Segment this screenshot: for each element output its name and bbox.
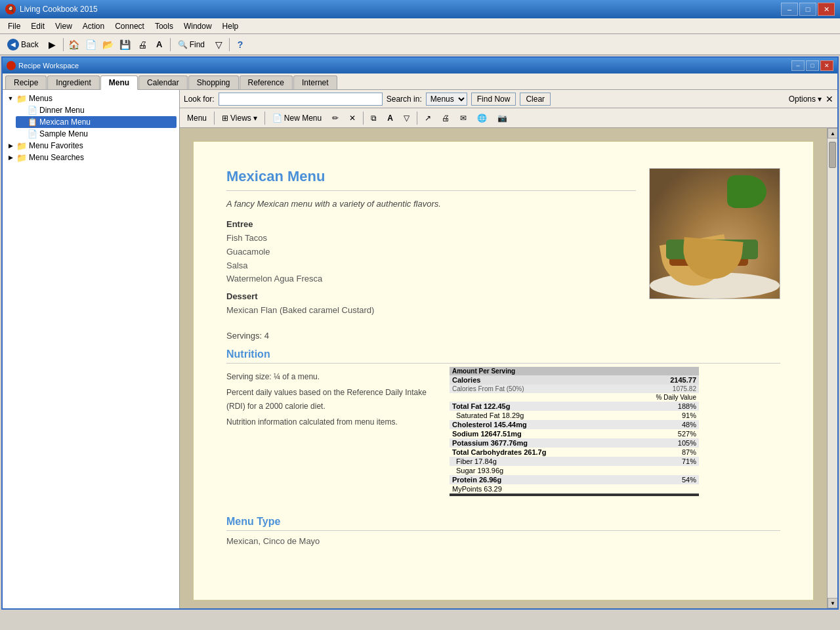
views-arrow-icon: ▾ <box>253 114 257 123</box>
pct-daily-header: % Daily Value <box>450 393 699 402</box>
scroll-track[interactable] <box>828 138 837 598</box>
workspace-maximize[interactable]: □ <box>806 60 819 71</box>
favorites-toggle[interactable]: ▶ <box>7 142 14 150</box>
sample-menu-label: Sample Menu <box>39 129 88 138</box>
filter-action-button[interactable]: ▽ <box>399 111 414 125</box>
tree-sample-menu[interactable]: 📄 Sample Menu <box>16 128 177 140</box>
new-button[interactable]: 📄 <box>83 37 99 52</box>
protein-label: Protein 26.96g <box>450 475 639 484</box>
dinner-doc-icon: 📄 <box>27 106 37 115</box>
tab-ingredient[interactable]: Ingredient <box>47 75 99 89</box>
title-divider <box>226 190 636 191</box>
tab-shopping[interactable]: Shopping <box>188 75 239 89</box>
menu-file[interactable]: File <box>3 20 26 33</box>
action-separator-3 <box>363 112 364 125</box>
print-action-button[interactable]: 🖨 <box>437 111 454 125</box>
tree-menu-searches[interactable]: ▶ 📁 Menu Searches <box>5 152 177 163</box>
favorites-label: Menu Favorites <box>29 141 83 150</box>
clear-button[interactable]: Clear <box>520 93 551 106</box>
menu-action-button[interactable]: Menu <box>182 111 211 125</box>
copy-button[interactable]: ⧉ <box>366 111 381 125</box>
tree-menus-root[interactable]: ▼ 📁 Menus <box>5 93 177 104</box>
maximize-button[interactable]: □ <box>799 3 816 16</box>
home-button[interactable]: 🏠 <box>66 37 82 52</box>
close-button[interactable]: ✕ <box>818 3 835 16</box>
tab-internet[interactable]: Internet <box>293 75 337 89</box>
menu-view[interactable]: View <box>50 20 77 33</box>
menu-tools[interactable]: Tools <box>150 20 178 33</box>
edit-menu-button[interactable]: ✏ <box>327 111 343 125</box>
menu-connect[interactable]: Connect <box>110 20 150 33</box>
delete-menu-button[interactable]: ✕ <box>345 111 360 125</box>
email-button[interactable]: ✉ <box>455 111 471 125</box>
find-button[interactable]: 🔍 Find <box>173 38 209 51</box>
searches-folder-icon: 📁 <box>16 153 27 162</box>
menu-type-divider <box>226 530 780 531</box>
scroll-down-button[interactable]: ▼ <box>828 598 837 608</box>
tab-menu[interactable]: Menu <box>100 75 138 90</box>
searches-toggle[interactable]: ▶ <box>7 154 14 161</box>
options-button[interactable]: Options ▾ <box>789 94 822 104</box>
menu-type-title: Menu Type <box>226 509 780 528</box>
app-icon: 🍳 <box>5 4 16 14</box>
menu-help[interactable]: Help <box>217 20 244 33</box>
sodium-label: Sodium 12647.51mg <box>450 429 639 438</box>
menu-edit[interactable]: Edit <box>26 20 50 33</box>
save-button[interactable]: 💾 <box>117 37 133 52</box>
content-area: ▼ 📁 Menus 📄 Dinner Menu 📋 Mexican Menu <box>3 90 837 608</box>
rdi-text: Percent daily values based on the Refere… <box>226 386 436 413</box>
delete-icon: ✕ <box>349 114 356 123</box>
tab-calendar[interactable]: Calendar <box>138 75 188 89</box>
potassium-label: Potassium 3677.76mg <box>450 438 639 448</box>
workspace-close[interactable]: ✕ <box>820 60 833 71</box>
print-button[interactable]: 🖨 <box>135 37 150 52</box>
font-button[interactable]: A <box>152 37 167 52</box>
filter-icon: ▽ <box>404 114 410 123</box>
calories-label: Calories <box>450 375 639 385</box>
sat-fat-value: 91% <box>639 411 699 420</box>
filter-button[interactable]: ▽ <box>211 37 226 52</box>
scroll-thumb[interactable] <box>829 142 836 168</box>
search-input[interactable] <box>219 93 383 106</box>
menu-action[interactable]: Action <box>77 20 110 33</box>
sugar-value <box>639 466 699 475</box>
workspace-title: Recipe Workspace <box>18 62 79 70</box>
web-button[interactable]: 🌐 <box>472 111 492 125</box>
tab-reference[interactable]: Reference <box>240 75 293 89</box>
views-button[interactable]: ⊞ Views ▾ <box>217 111 262 125</box>
views-icon: ⊞ <box>222 114 228 123</box>
search-close-button[interactable]: ✕ <box>826 94 833 104</box>
copy-icon: ⧉ <box>371 114 377 123</box>
new-menu-button[interactable]: 📄 New Menu <box>268 111 326 125</box>
menu-type-value: Mexican, Cinco de Mayo <box>226 536 780 546</box>
tree-dinner-menu[interactable]: 📄 Dinner Menu <box>16 104 177 116</box>
main-content: Mexican Menu A fancy Mexican menu with a… <box>180 128 827 608</box>
tab-recipe[interactable]: Recipe <box>5 75 47 89</box>
search-bar: Look for: Search in: Menus Find Now Clea… <box>180 90 837 108</box>
back-icon: ◀ <box>7 39 19 51</box>
open-button[interactable]: 📂 <box>100 37 116 52</box>
tree-mexican-menu[interactable]: 📋 Mexican Menu <box>16 116 177 128</box>
workspace-minimize[interactable]: – <box>791 60 805 71</box>
scroll-up-button[interactable]: ▲ <box>828 128 837 138</box>
minimize-button[interactable]: – <box>781 3 798 16</box>
workspace-icon <box>7 61 16 70</box>
web-icon: 🌐 <box>477 114 487 123</box>
help-button[interactable]: ? <box>232 37 248 52</box>
export-button[interactable]: ↗ <box>420 111 436 125</box>
search-in-label: Search in: <box>387 94 422 104</box>
right-panel: Look for: Search in: Menus Find Now Clea… <box>180 90 837 608</box>
tree-menu-favorites[interactable]: ▶ 📁 Menu Favorites <box>5 140 177 152</box>
menu-window[interactable]: Window <box>178 20 217 33</box>
taco-image <box>650 169 780 299</box>
forward-button[interactable]: ▶ <box>45 37 60 52</box>
font-format-button[interactable]: A <box>383 111 398 125</box>
main-title-bar: 🍳 Living Cookbook 2015 – □ ✕ <box>0 0 840 18</box>
sample-doc-icon: 📄 <box>27 129 37 138</box>
photo-button[interactable]: 📷 <box>493 111 512 125</box>
back-button[interactable]: ◀ Back <box>3 37 43 52</box>
search-in-select[interactable]: Menus <box>426 93 467 106</box>
fiber-value: 71% <box>639 457 699 466</box>
menus-toggle[interactable]: ▼ <box>7 94 14 102</box>
find-now-button[interactable]: Find Now <box>471 93 516 106</box>
